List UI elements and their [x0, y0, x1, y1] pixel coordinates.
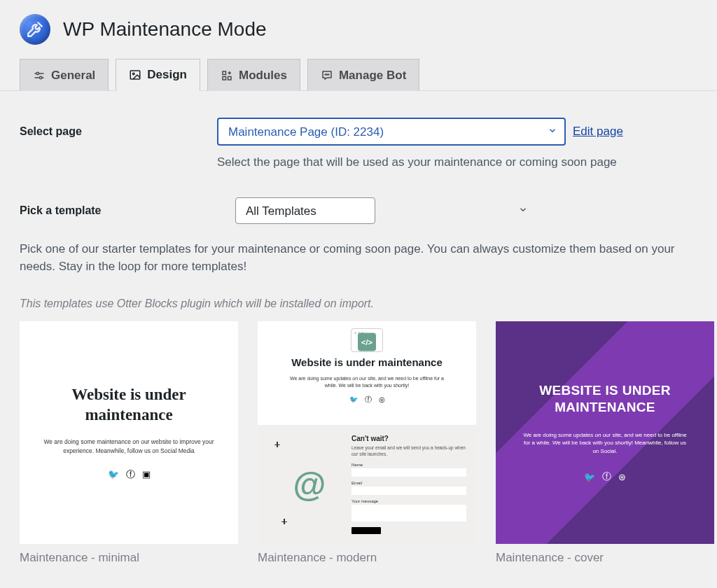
- preview-label-message: Your message: [351, 499, 466, 503]
- select-page-help: Select the page that will be used as you…: [217, 155, 697, 169]
- preview-social-icons: 🐦 ⓕ ▣: [108, 468, 151, 481]
- facebook-icon: ⓕ: [126, 468, 135, 481]
- page-select[interactable]: Maintenance Page (ID: 2234): [217, 118, 566, 146]
- page-header: WP Maintenance Mode: [0, 0, 717, 59]
- svg-point-11: [325, 74, 326, 74]
- facebook-icon: ⓕ: [602, 470, 611, 483]
- page-title: WP Maintenance Mode: [63, 18, 267, 41]
- tab-general[interactable]: General: [20, 59, 109, 91]
- svg-point-3: [40, 76, 42, 78]
- chat-icon: [321, 69, 333, 82]
- preview-heading: Website is under maintenance: [41, 385, 217, 426]
- select-page-label: Select page: [20, 125, 217, 138]
- template-name: Maintenance - cover: [496, 551, 714, 565]
- svg-rect-4: [131, 71, 141, 79]
- svg-point-2: [36, 72, 39, 74]
- template-thumbnail: </> Website is under maintenance We are …: [258, 321, 476, 544]
- template-name: Maintenance - minimal: [20, 551, 238, 565]
- template-thumbnail: Website is under maintenance We are doin…: [20, 321, 238, 544]
- template-card-cover[interactable]: WEBSITE IS UNDER MAINTENANCE We are doin…: [496, 321, 714, 565]
- linkedin-icon: ▣: [142, 469, 151, 479]
- tab-label: Design: [147, 68, 187, 82]
- template-card-modern[interactable]: </> Website is under maintenance We are …: [258, 321, 476, 565]
- preview-heading: Website is under maintenance: [291, 356, 443, 370]
- code-badge-icon: </>: [358, 333, 376, 351]
- plugin-logo-icon: [20, 14, 50, 45]
- preview-label-email: Email: [351, 481, 466, 485]
- template-thumbnail: WEBSITE IS UNDER MAINTENANCE We are doin…: [496, 321, 714, 544]
- preview-body: We are doing some updates on our site, a…: [258, 375, 476, 389]
- tab-modules[interactable]: Modules: [207, 59, 300, 91]
- image-icon: [129, 69, 141, 81]
- preview-label-name: Name: [351, 463, 466, 467]
- template-description: Pick one of our starter templates for yo…: [20, 241, 697, 275]
- preview-heading: WEBSITE IS UNDER MAINTENANCE: [517, 382, 693, 416]
- preview-form-sub: Leave your email and we will send you a …: [351, 445, 466, 457]
- tab-manage-bot[interactable]: Manage Bot: [307, 59, 419, 91]
- tabs-bar: General Design Modules Manage Bot: [0, 59, 717, 91]
- template-category-select[interactable]: All Templates: [235, 197, 375, 224]
- grid-add-icon: [221, 69, 233, 82]
- instagram-icon: ◎: [379, 396, 385, 403]
- edit-page-link[interactable]: Edit page: [573, 125, 623, 139]
- svg-point-5: [133, 73, 134, 74]
- template-name: Maintenance - modern: [258, 551, 476, 565]
- at-sign-icon: @: [293, 465, 326, 504]
- chevron-down-icon: [518, 205, 528, 217]
- otter-notice: This templates use Otter Blocks plugin w…: [20, 298, 697, 310]
- svg-rect-6: [223, 71, 226, 75]
- dribbble-icon: ⊛: [618, 472, 626, 482]
- pick-template-label: Pick a template: [20, 204, 102, 217]
- svg-point-13: [328, 74, 329, 74]
- sliders-icon: [33, 69, 46, 82]
- tab-design[interactable]: Design: [116, 59, 200, 91]
- preview-body: We are doing some maintenance on our web…: [41, 438, 217, 456]
- preview-social-icons: 🐦 ⓕ ⊛: [584, 470, 626, 483]
- preview-body: We are doing some updates on our site, a…: [517, 431, 693, 456]
- tab-label: Modules: [239, 69, 287, 83]
- tab-label: General: [51, 69, 95, 83]
- preview-send-button: [351, 527, 381, 534]
- twitter-icon: 🐦: [108, 469, 119, 479]
- twitter-icon: 🐦: [349, 396, 358, 403]
- preview-social-icons: 🐦 ⓕ ◎: [349, 395, 385, 405]
- svg-point-12: [326, 74, 327, 74]
- preview-form-heading: Can't wait?: [351, 435, 466, 442]
- facebook-icon: ⓕ: [365, 395, 372, 405]
- svg-rect-7: [223, 76, 226, 80]
- svg-rect-8: [228, 76, 232, 80]
- template-card-minimal[interactable]: Website is under maintenance We are doin…: [20, 321, 238, 565]
- twitter-icon: 🐦: [584, 472, 595, 482]
- browser-frame-icon: </>: [351, 328, 383, 352]
- tab-label: Manage Bot: [339, 69, 406, 83]
